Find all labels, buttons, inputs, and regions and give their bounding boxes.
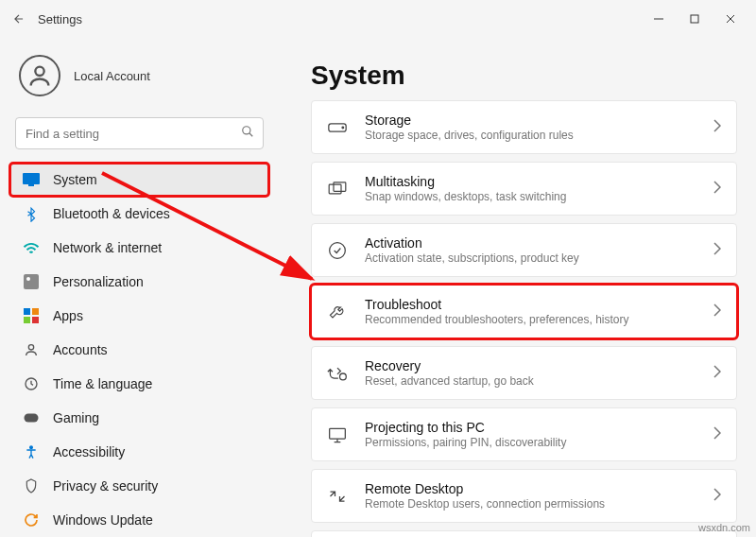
search-input[interactable] xyxy=(15,117,264,149)
card-title: Troubleshoot xyxy=(365,297,696,312)
svg-rect-13 xyxy=(24,317,30,323)
sidebar-item-label: System xyxy=(53,172,97,187)
card-title: Multitasking xyxy=(365,174,696,189)
back-button[interactable] xyxy=(8,8,30,30)
chevron-right-icon xyxy=(713,488,721,505)
sidebar-item-time-language[interactable]: Time & language xyxy=(9,367,269,401)
card-text: Storage Storage space, drives, configura… xyxy=(365,113,696,142)
svg-rect-21 xyxy=(329,184,341,194)
card-text: Troubleshoot Recommended troubleshooters… xyxy=(365,297,696,326)
sidebar-item-label: Personalization xyxy=(53,274,144,289)
sidebar-item-label: Accounts xyxy=(53,342,108,357)
chevron-right-icon xyxy=(713,365,721,382)
account-name: Local Account xyxy=(74,69,150,83)
svg-rect-9 xyxy=(24,274,39,289)
svg-rect-1 xyxy=(691,15,698,23)
chevron-right-icon xyxy=(713,242,721,259)
sidebar-item-privacy[interactable]: Privacy & security xyxy=(9,469,269,503)
sidebar-item-bluetooth[interactable]: Bluetooth & devices xyxy=(9,197,269,231)
card-sub: Remote Desktop users, connection permiss… xyxy=(365,497,696,511)
svg-point-23 xyxy=(330,242,346,258)
card-title: Remote Desktop xyxy=(365,481,696,496)
accessibility-icon xyxy=(23,443,40,460)
svg-point-20 xyxy=(342,127,344,129)
card-sub: Recommended troubleshooters, preferences… xyxy=(365,313,696,326)
svg-rect-17 xyxy=(25,414,39,423)
card-text: Recovery Reset, advanced startup, go bac… xyxy=(365,358,696,388)
svg-point-18 xyxy=(30,446,33,449)
main-content: System Storage Storage space, drives, co… xyxy=(279,38,756,537)
card-title: Activation xyxy=(365,235,696,251)
card-activation[interactable]: Activation Activation state, subscriptio… xyxy=(311,223,737,277)
close-button[interactable] xyxy=(713,5,748,33)
sidebar-item-gaming[interactable]: Gaming xyxy=(9,401,269,435)
search-icon xyxy=(241,125,254,142)
bluetooth-icon xyxy=(23,205,40,222)
minimize-button[interactable] xyxy=(641,5,677,33)
sidebar-item-label: Privacy & security xyxy=(53,478,158,494)
card-text: Activation Activation state, subscriptio… xyxy=(365,235,696,265)
card-storage[interactable]: Storage Storage space, drives, configura… xyxy=(311,100,737,154)
titlebar: Settings xyxy=(0,0,756,38)
account-section[interactable]: Local Account xyxy=(9,38,269,117)
avatar-icon xyxy=(19,55,60,96)
card-troubleshoot[interactable]: Troubleshoot Recommended troubleshooters… xyxy=(311,285,737,338)
sidebar-item-label: Gaming xyxy=(53,410,99,425)
privacy-icon xyxy=(23,477,40,494)
svg-point-5 xyxy=(243,127,250,134)
svg-point-24 xyxy=(340,373,347,380)
sidebar-item-label: Windows Update xyxy=(53,512,153,528)
sidebar-item-label: Time & language xyxy=(53,376,152,391)
chevron-right-icon xyxy=(713,426,721,443)
storage-icon xyxy=(327,117,348,138)
card-text: Remote Desktop Remote Desktop users, con… xyxy=(365,481,696,511)
svg-line-6 xyxy=(249,133,253,137)
time-icon xyxy=(23,375,40,392)
sidebar-item-apps[interactable]: Apps xyxy=(9,299,269,333)
card-clipboard[interactable]: Clipboard xyxy=(311,530,737,537)
card-sub: Snap windows, desktops, task switching xyxy=(365,190,696,203)
card-title: Recovery xyxy=(365,358,696,373)
card-text: Multitasking Snap windows, desktops, tas… xyxy=(365,174,696,203)
card-sub: Storage space, drives, configuration rul… xyxy=(365,129,696,142)
sidebar-item-label: Apps xyxy=(53,308,83,323)
maximize-button[interactable] xyxy=(677,5,713,33)
sidebar-item-accounts[interactable]: Accounts xyxy=(9,333,269,367)
svg-rect-11 xyxy=(24,308,30,315)
personalization-icon xyxy=(23,273,40,290)
sidebar-item-system[interactable]: System xyxy=(9,163,269,197)
sidebar-item-label: Bluetooth & devices xyxy=(53,206,170,221)
svg-rect-22 xyxy=(334,182,346,191)
card-recovery[interactable]: Recovery Reset, advanced startup, go bac… xyxy=(311,346,737,400)
activation-icon xyxy=(327,240,348,261)
chevron-right-icon xyxy=(713,303,721,320)
sidebar: Local Account System Bluetooth & devices… xyxy=(0,38,279,537)
card-sub: Reset, advanced startup, go back xyxy=(365,374,696,388)
apps-icon xyxy=(23,307,40,324)
card-remote-desktop[interactable]: Remote Desktop Remote Desktop users, con… xyxy=(311,469,737,523)
update-icon xyxy=(23,511,40,528)
card-title: Projecting to this PC xyxy=(365,420,696,435)
sidebar-item-network[interactable]: Network & internet xyxy=(9,231,269,265)
sidebar-item-label: Network & internet xyxy=(53,240,162,255)
nav-list: System Bluetooth & devices Network & int… xyxy=(9,163,269,537)
watermark: wsxdn.com xyxy=(698,522,750,533)
system-icon xyxy=(23,171,40,188)
sidebar-item-accessibility[interactable]: Accessibility xyxy=(9,435,269,469)
sidebar-item-windows-update[interactable]: Windows Update xyxy=(9,503,269,537)
remote-desktop-icon xyxy=(327,486,348,507)
card-title: Storage xyxy=(365,113,696,128)
card-multitasking[interactable]: Multitasking Snap windows, desktops, tas… xyxy=(311,162,737,216)
accounts-icon xyxy=(23,341,40,358)
page-title: System xyxy=(311,61,737,91)
sidebar-item-personalization[interactable]: Personalization xyxy=(9,265,269,299)
svg-rect-7 xyxy=(23,173,40,184)
svg-rect-8 xyxy=(28,184,34,186)
card-sub: Permissions, pairing PIN, discoverabilit… xyxy=(365,436,696,449)
svg-rect-25 xyxy=(330,428,346,439)
card-projecting[interactable]: Projecting to this PC Permissions, pairi… xyxy=(311,407,737,461)
search-wrapper xyxy=(15,117,264,149)
chevron-right-icon xyxy=(713,119,721,136)
troubleshoot-icon xyxy=(327,302,348,322)
sidebar-item-label: Accessibility xyxy=(53,444,125,459)
